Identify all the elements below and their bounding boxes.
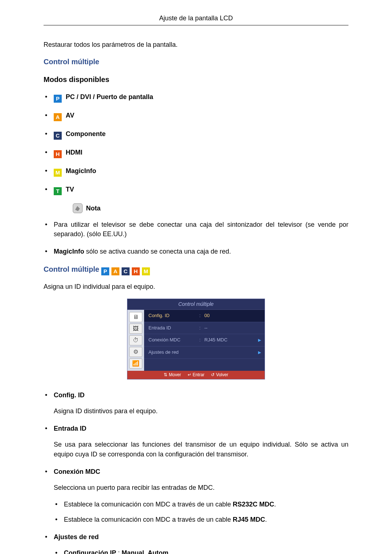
note-icon [73,203,83,213]
osd-label: Entrada ID [148,325,199,332]
osd-side-icon-5[interactable]: 📶 [129,358,142,369]
osd-footer-move: ⇅ Mover [164,372,181,378]
chevron-right-icon: ▶ [258,337,261,343]
def-desc: Asigna ID distintivos para el equipo. [54,406,348,416]
ajustes-sub-ipconfig: Configuración IP : Manual, Autom. [54,548,348,554]
notes-list: Para utilizar el televisor se debe conec… [44,220,348,256]
section2-title-text: Control múltiple [44,265,99,273]
osd-row-ajustes-red[interactable]: Ajustes de red ▶ [144,346,265,359]
mode-label: PC / DVI / Puerto de pantalla [66,93,153,100]
mode-componente: C Componente [44,129,348,140]
note-item-1: Para utilizar el televisor se debe conec… [44,220,348,239]
ajustes-sublist: Configuración IP : Manual, Autom. [54,548,348,554]
mode-badge-h-icon: H [54,150,62,158]
osd-value: -- [204,325,260,332]
def-title: Conexión MDC [54,467,348,476]
page-header-title: Ajuste de la pantalla LCD [44,15,348,25]
note-item-2: MagicInfo sólo se activa cuando se conec… [44,247,348,256]
mode-hdmi: H HDMI [44,148,348,158]
def-config-id: Config. ID Asigna ID distintivos para el… [44,390,348,416]
modes-available-title: Modos disponibles [44,74,348,85]
note-bold: MagicInfo [54,248,84,255]
mdc-sub-rj45: Establece la comunicación con MDC a trav… [54,515,348,524]
osd-row-config-id[interactable]: Config. ID : 00 [144,310,265,322]
badge-a-icon: A [111,267,119,275]
osd-footer: ⇅ Mover ↵ Entrar ↺ Volver [127,371,265,379]
modes-list: P PC / DVI / Puerto de pantalla A AV C C… [44,92,348,195]
osd-side-icon-1[interactable]: 🖥 [129,312,142,322]
badge-m-icon: M [142,267,150,275]
mode-badge-a-icon: A [54,113,62,121]
mode-badge-c-icon: C [54,132,62,140]
mode-badge-t-icon: T [54,187,62,195]
section-control-multiple-2-title: Control múltiple PACHM [44,264,348,275]
note-rest: sólo se activa cuando se conecta una caj… [84,248,231,255]
mode-pc: P PC / DVI / Puerto de pantalla [44,92,348,103]
def-entrada-id: Entrada ID Se usa para seleccionar las f… [44,424,348,459]
restore-text: Restaurar todos los parámetros de la pan… [44,40,348,49]
note-label: Nota [86,205,101,212]
mdc-sublist: Establece la comunicación con MDC a trav… [54,500,348,524]
badge-c-icon: C [122,267,130,275]
osd-label: Config. ID [148,312,199,319]
mode-magicinfo: M MagicInfo [44,166,348,177]
mode-label: HDMI [66,149,82,156]
mode-badge-m-icon: M [54,169,62,177]
mode-av: A AV [44,111,348,121]
note-header: Nota [73,203,348,213]
osd-value: RJ45 MDC [204,337,260,344]
section2-badges: PACHM [101,264,152,275]
def-title: Ajustes de red [54,532,348,542]
mode-label: TV [66,186,74,193]
mode-tv: T TV [44,185,348,195]
osd-menu: Control múltiple 🖥 🖼 ⏱ ⚙ 📶 Config. ID : … [127,299,265,379]
def-desc: Se usa para seleccionar las funciones de… [54,440,348,459]
osd-row-entrada-id[interactable]: Entrada ID : -- [144,322,265,335]
osd-label: Conexión MDC [148,337,199,344]
def-desc: Selecciona un puerto para recibir las en… [54,483,348,492]
osd-footer-enter: ↵ Entrar [188,372,205,378]
osd-row-conexion-mdc[interactable]: Conexión MDC : RJ45 MDC ▶ [144,334,265,346]
mode-label: Componente [66,130,106,138]
osd-label: Ajustes de red [148,349,199,356]
def-title: Config. ID [54,390,348,400]
badge-h-icon: H [132,267,140,275]
osd-side-icons: 🖥 🖼 ⏱ ⚙ 📶 [127,310,144,371]
osd-side-icon-2[interactable]: 🖼 [129,324,142,334]
def-ajustes-red: Ajustes de red Configuración IP : Manual… [44,532,348,554]
osd-value: 00 [204,312,260,319]
section2-intro: Asigna un ID individual para el equipo. [44,282,348,291]
badge-p-icon: P [101,267,109,275]
def-conexion-mdc: Conexión MDC Selecciona un puerto para r… [44,467,348,524]
osd-side-icon-4[interactable]: ⚙ [129,347,142,357]
definitions-list: Config. ID Asigna ID distintivos para el… [44,390,348,554]
mode-label: MagicInfo [66,167,96,175]
mdc-sub-rs232c: Establece la comunicación con MDC a trav… [54,500,348,509]
mode-badge-p-icon: P [54,95,62,103]
chevron-right-icon: ▶ [258,350,261,356]
osd-footer-back: ↺ Volver [211,372,228,378]
mode-label: AV [66,112,74,119]
osd-title: Control múltiple [127,299,265,309]
osd-side-icon-3[interactable]: ⏱ [129,335,142,345]
section-control-multiple-title: Control múltiple [44,57,348,67]
def-title: Entrada ID [54,424,348,433]
